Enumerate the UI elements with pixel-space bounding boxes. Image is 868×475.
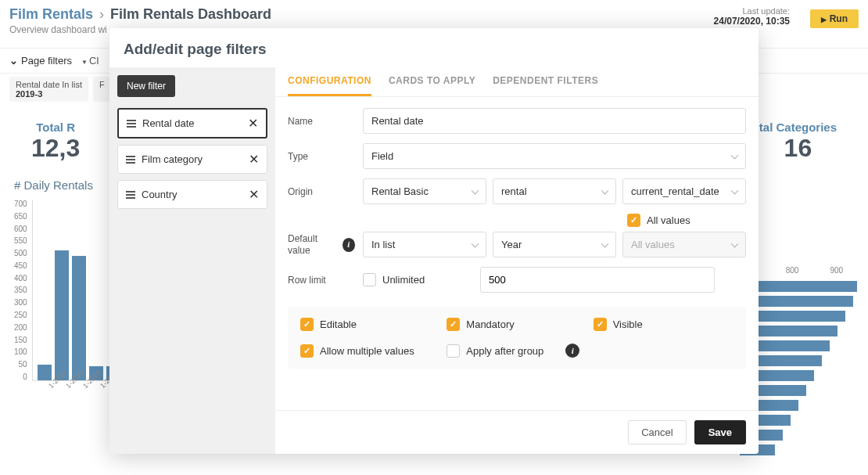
- filter-item-label: Film category: [142, 153, 242, 165]
- bar: [55, 250, 69, 380]
- apply-after-group-checkbox[interactable]: [447, 344, 460, 358]
- tab-configuration[interactable]: CONFIGURATION: [288, 75, 371, 96]
- filter-icon[interactable]: Cl: [81, 55, 99, 67]
- kpi-total-rentals: Total R 12,3: [31, 121, 80, 163]
- applied-filter[interactable]: F: [93, 77, 111, 102]
- filter-modal: Add/edit page filters New filter Rental …: [109, 28, 759, 454]
- name-label: Name: [288, 116, 355, 127]
- default-value-label: Default value i: [288, 233, 355, 256]
- filter-item-label: Country: [142, 189, 242, 200]
- bar: [72, 256, 86, 380]
- modal-title: Add/edit page filters: [109, 28, 759, 67]
- breadcrumb-link[interactable]: Film Rentals: [9, 6, 93, 23]
- tab-cards-to-apply[interactable]: CARDS TO APPLY: [389, 75, 475, 96]
- visible-checkbox[interactable]: [594, 318, 607, 331]
- default-granularity-select[interactable]: Year: [493, 232, 616, 257]
- close-icon[interactable]: ✕: [248, 116, 258, 131]
- origin-table-select[interactable]: rental: [493, 178, 616, 204]
- visible-label: Visible: [613, 318, 643, 330]
- allow-multiple-checkbox[interactable]: [300, 344, 314, 358]
- unlimited-checkbox[interactable]: [363, 273, 376, 286]
- origin-label: Origin: [288, 186, 355, 197]
- mandatory-label: Mandatory: [466, 318, 514, 330]
- all-values-checkbox[interactable]: [627, 214, 640, 227]
- info-icon[interactable]: i: [343, 238, 355, 252]
- filter-list-item[interactable]: Country✕: [117, 180, 267, 209]
- cancel-button[interactable]: Cancel: [628, 420, 686, 444]
- tab-dependent-filters[interactable]: DEPENDENT FILTERS: [493, 75, 598, 96]
- chevron-right-icon: ›: [99, 6, 104, 23]
- drag-handle-icon[interactable]: [127, 120, 136, 128]
- drag-handle-icon[interactable]: [126, 156, 135, 164]
- kpi-total-categories: tal Categories 16: [759, 121, 837, 163]
- page-filters-toggle[interactable]: Page filters: [9, 55, 72, 67]
- apply-after-group-label: Apply after group: [466, 345, 543, 357]
- default-value-select: All values: [622, 232, 746, 257]
- origin-dataset-select[interactable]: Rental Basic: [363, 178, 486, 204]
- filter-list-panel: New filter Rental date✕Film category✕Cou…: [109, 67, 275, 454]
- page-title: Film Rentals Dashboard: [110, 6, 271, 23]
- close-icon[interactable]: ✕: [249, 152, 259, 167]
- save-button[interactable]: Save: [694, 420, 746, 444]
- allow-multiple-label: Allow multiple values: [320, 345, 414, 357]
- row-limit-input[interactable]: [480, 267, 715, 293]
- filter-item-label: Rental date: [142, 117, 242, 129]
- editable-label: Editable: [320, 318, 357, 330]
- editable-checkbox[interactable]: [300, 318, 314, 331]
- run-button[interactable]: Run: [810, 9, 859, 28]
- close-icon[interactable]: ✕: [249, 187, 259, 202]
- last-update: Last update: 24/07/2020, 10:35: [714, 6, 790, 27]
- unlimited-label: Unlimited: [382, 274, 425, 286]
- filter-list-item[interactable]: Film category✕: [117, 145, 267, 174]
- mandatory-checkbox[interactable]: [447, 318, 460, 331]
- bar: [38, 365, 52, 380]
- type-label: Type: [288, 151, 355, 162]
- all-values-label: All values: [647, 214, 690, 226]
- filter-list-item[interactable]: Rental date✕: [117, 108, 267, 139]
- row-limit-label: Row limit: [288, 275, 355, 286]
- new-filter-button[interactable]: New filter: [117, 75, 175, 97]
- name-input[interactable]: [363, 108, 746, 134]
- default-operator-select[interactable]: In list: [363, 232, 486, 257]
- applied-filter[interactable]: Rental date In list 2019-3: [9, 77, 88, 102]
- info-icon[interactable]: i: [565, 344, 579, 358]
- type-select[interactable]: Field: [363, 143, 746, 169]
- origin-field-select[interactable]: current_rental_date: [622, 178, 746, 204]
- drag-handle-icon[interactable]: [126, 191, 135, 199]
